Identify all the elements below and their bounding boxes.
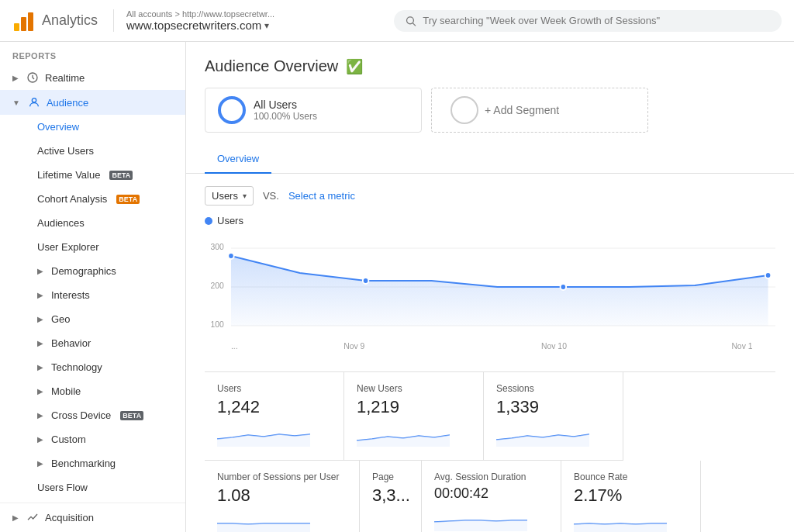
sidebar-item-demographics[interactable]: ▶ Demographics	[0, 259, 185, 283]
svg-point-18	[228, 253, 234, 259]
chart-svg-wrap: 300 200 100 ... Nov 9 Nov 10 Nov 1	[205, 233, 775, 359]
svg-marker-26	[434, 520, 527, 531]
select-metric-link[interactable]: Select a metric	[288, 190, 355, 202]
expand-icon: ▶	[12, 74, 19, 82]
stat-value: 1,339	[496, 397, 610, 417]
sidebar-item-overview[interactable]: Overview	[0, 115, 185, 139]
stat-label: Sessions	[496, 383, 610, 394]
sidebar-item-mobile[interactable]: ▶ Mobile	[0, 379, 185, 403]
reports-label: REPORTS	[0, 42, 185, 65]
expand-icon: ▶	[37, 267, 43, 275]
svg-rect-2	[28, 12, 33, 31]
metric-label: Users	[212, 190, 238, 202]
search-input[interactable]	[423, 15, 771, 26]
main-layout: REPORTS ▶ Realtime ▼ Audience Overview A…	[0, 42, 794, 532]
add-segment-label: + Add Segment	[485, 104, 559, 116]
stat-users: Users 1,242	[205, 372, 344, 461]
sidebar-item-realtime[interactable]: ▶ Realtime	[0, 65, 185, 90]
app-title: Analytics	[42, 12, 98, 29]
sidebar-item-geo[interactable]: ▶ Geo	[0, 307, 185, 331]
stat-label: Page	[372, 472, 409, 482]
add-segment-button[interactable]: + Add Segment	[431, 88, 648, 133]
content-header: Audience Overview ✅	[186, 42, 794, 88]
expand-icon: ▶	[37, 411, 43, 420]
sidebar-item-users-flow[interactable]: Users Flow	[0, 475, 185, 499]
sidebar-item-label: Active Users	[37, 145, 94, 157]
svg-rect-0	[14, 23, 19, 31]
stat-label: New Users	[357, 383, 471, 394]
sidebar-item-label: Custom	[51, 434, 86, 445]
sidebar-item-benchmarking[interactable]: ▶ Benchmarking	[0, 451, 185, 475]
content-area: Audience Overview ✅ All Users 100.00% Us…	[186, 42, 794, 532]
sparkline-sessions	[496, 423, 589, 447]
stat-value: 1,242	[217, 397, 331, 417]
breadcrumb: All accounts > http://www.topsecretwr...	[126, 9, 274, 19]
sidebar-item-custom[interactable]: ▶ Custom	[0, 427, 185, 451]
sidebar-item-label: Acquisition	[45, 512, 94, 523]
search-icon	[405, 15, 416, 27]
account-selector[interactable]: All accounts > http://www.topsecretwr...…	[113, 9, 274, 32]
svg-marker-25	[217, 523, 310, 532]
stat-value: 1,219	[357, 397, 471, 417]
add-segment-circle	[451, 96, 478, 124]
segment-circle	[218, 96, 246, 124]
vs-label: VS.	[263, 190, 279, 202]
sidebar-item-label: Technology	[51, 361, 102, 373]
sidebar-item-user-explorer[interactable]: User Explorer	[0, 235, 185, 259]
stat-new-users: New Users 1,219	[344, 372, 484, 461]
sidebar-item-interests[interactable]: ▶ Interests	[0, 283, 185, 307]
expand-icon: ▶	[37, 435, 43, 444]
sidebar-item-cohort-analysis[interactable]: Cohort Analysis BETA	[0, 187, 185, 211]
sidebar-item-cross-device[interactable]: ▶ Cross Device BETA	[0, 403, 185, 427]
sidebar-item-active-users[interactable]: Active Users	[0, 139, 185, 163]
svg-text:100: 100	[211, 320, 224, 329]
beta-badge-orange: BETA	[116, 195, 140, 204]
sidebar-item-behavior[interactable]: ▶ Behavior	[0, 331, 185, 355]
page-title: Audience Overview	[205, 57, 338, 75]
sidebar-item-label: Lifetime Value	[37, 169, 100, 181]
header: Analytics All accounts > http://www.tops…	[0, 0, 794, 42]
segment-all-users[interactable]: All Users 100.00% Users	[205, 88, 422, 133]
sidebar-item-label: Audience	[47, 97, 88, 109]
stat-value: 2.17%	[574, 485, 688, 506]
sidebar-item-label: Geo	[51, 313, 71, 325]
svg-text:Nov 9: Nov 9	[343, 341, 364, 351]
expand-icon: ▶	[37, 339, 43, 347]
sidebar-item-label: Users Flow	[37, 482, 88, 493]
sidebar-item-label: User Explorer	[37, 241, 98, 253]
sidebar-item-label: Cross Device	[51, 409, 111, 421]
svg-point-21	[765, 272, 772, 278]
sidebar-item-technology[interactable]: ▶ Technology	[0, 355, 185, 379]
tab-bar: Overview	[186, 145, 794, 174]
stat-avg-session: Avg. Session Duration 00:00:42	[422, 461, 561, 532]
sparkline-bounce-rate	[574, 512, 667, 532]
expand-icon: ▼	[12, 98, 20, 107]
expand-icon: ▶	[12, 513, 19, 522]
svg-text:300: 300	[211, 242, 224, 251]
stat-label: Number of Sessions per User	[217, 472, 347, 482]
acquisition-icon	[26, 511, 39, 523]
stat-label: Users	[217, 383, 331, 394]
sidebar-item-acquisition[interactable]: ▶ Acquisition	[0, 503, 185, 530]
chevron-down-icon: ▾	[264, 20, 269, 31]
beta-badge: BETA	[109, 171, 133, 180]
legend-dot	[205, 217, 212, 225]
stat-label: Avg. Session Duration	[434, 472, 548, 482]
segment-name: All Users	[254, 98, 317, 111]
svg-text:...: ...	[231, 341, 238, 351]
sidebar-item-audience[interactable]: ▼ Audience	[0, 90, 185, 115]
svg-point-19	[363, 278, 369, 284]
svg-text:Nov 10: Nov 10	[541, 341, 567, 351]
sparkline-avg-session	[434, 508, 527, 531]
account-url[interactable]: www.topsecretwriters.com ▾	[126, 19, 274, 32]
stat-value: 3,3...	[372, 485, 409, 506]
verified-icon: ✅	[346, 58, 363, 75]
tab-overview[interactable]: Overview	[205, 145, 271, 174]
sparkline-new-users	[357, 423, 450, 447]
sidebar-item-label: Overview	[37, 121, 79, 133]
search-bar[interactable]	[394, 10, 782, 32]
sidebar-item-audiences[interactable]: Audiences	[0, 211, 185, 235]
metric-dropdown[interactable]: Users ▾	[205, 186, 254, 206]
sidebar-item-lifetime-value[interactable]: Lifetime Value BETA	[0, 163, 185, 187]
stat-sessions: Sessions 1,339	[484, 372, 623, 461]
